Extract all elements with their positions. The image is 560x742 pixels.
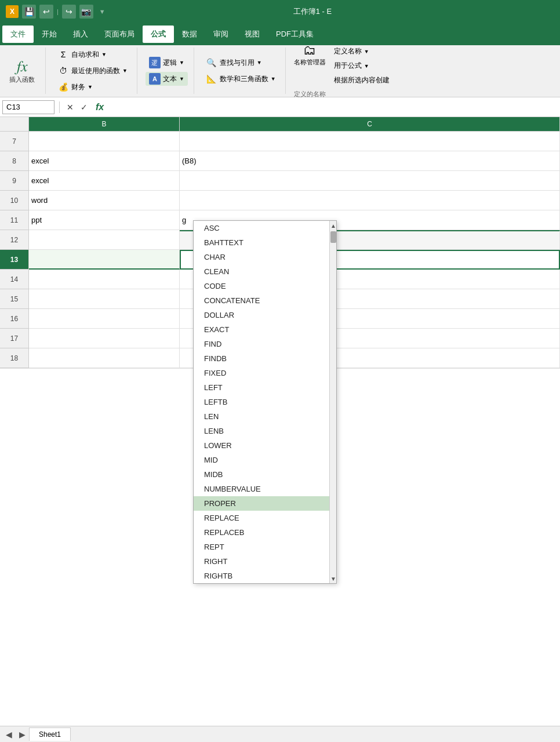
dropdown-item-replaceb[interactable]: REPLACEB: [194, 525, 336, 540]
ribbon-group-insert-func: 𝑓𝑥 插入函数: [5, 48, 46, 94]
cell-c8[interactable]: (B8): [180, 151, 560, 171]
dropdown-item-left[interactable]: LEFT: [194, 380, 336, 395]
recent-func-button[interactable]: ⏱ 最近使用的函数 ▼: [54, 64, 131, 78]
finance-arrow: ▼: [88, 84, 93, 90]
menu-item-review[interactable]: 审阅: [205, 26, 237, 43]
dropdown-item-rept[interactable]: REPT: [194, 540, 336, 554]
dropdown-item-bahttext[interactable]: BAHTTEXT: [194, 235, 336, 250]
redo-button[interactable]: ↪: [62, 5, 76, 19]
insert-function-button[interactable]: 𝑓𝑥 插入函数: [5, 55, 39, 86]
menu-item-formula[interactable]: 公式: [143, 26, 174, 43]
menu-item-view[interactable]: 视图: [237, 26, 268, 43]
dropdown-item-len[interactable]: LEN: [194, 409, 336, 424]
cell-b12[interactable]: [29, 230, 180, 250]
dropdown-item-asc[interactable]: ASC: [194, 221, 336, 235]
findref-button[interactable]: 🔍 查找与引用 ▼: [202, 56, 266, 70]
row-header-13: 13: [0, 250, 29, 270]
cell-reference-box[interactable]: C13: [2, 100, 54, 114]
finance-button[interactable]: 💰 财务 ▼: [54, 80, 96, 94]
row-header-18: 18: [0, 348, 29, 368]
dropdown-item-right[interactable]: RIGHT: [194, 554, 336, 569]
dropdown-item-exact[interactable]: EXACT: [194, 322, 336, 337]
cell-b10[interactable]: word: [29, 191, 180, 210]
menu-item-pdf[interactable]: PDF工具集: [268, 26, 322, 43]
formula-cancel-icon[interactable]: ✕: [64, 103, 76, 112]
autosum-arrow: ▼: [101, 52, 107, 57]
dropdown-item-dollar[interactable]: DOLLAR: [194, 308, 336, 322]
dropdown-item-rightb[interactable]: RIGHTB: [194, 569, 336, 583]
ribbon-group-functions: Σ 自动求和 ▼ ⏱ 最近使用的函数 ▼ 💰 财务 ▼: [54, 48, 137, 94]
cell-b8[interactable]: excel: [29, 151, 180, 171]
dropdown-item-code[interactable]: CODE: [194, 279, 336, 293]
dropdown-item-midb[interactable]: MIDB: [194, 467, 336, 482]
cell-c9[interactable]: [180, 171, 560, 191]
dropdown-item-replace[interactable]: REPLACE: [194, 511, 336, 525]
dropdown-item-char[interactable]: CHAR: [194, 250, 336, 264]
camera-button[interactable]: 📷: [79, 5, 93, 19]
menu-item-data[interactable]: 数据: [174, 26, 205, 43]
dropdown-item-lenb[interactable]: LENB: [194, 424, 336, 438]
cell-b15[interactable]: [29, 289, 180, 309]
dropdown-item-clean[interactable]: CLEAN: [194, 264, 336, 279]
name-manager-icon: 🗂: [303, 43, 316, 58]
name-manager-button[interactable]: 🗂 名称管理器: [294, 43, 326, 67]
cell-b13[interactable]: [29, 250, 180, 270]
dropdown-item-proper[interactable]: PROPER: [194, 496, 336, 511]
mathtrig-button[interactable]: 📐 数学和三角函数 ▼: [202, 72, 279, 86]
table-row: 7: [0, 132, 560, 151]
cell-b14[interactable]: [29, 270, 180, 289]
sheet-nav-next[interactable]: ▶: [16, 728, 29, 741]
text-icon: A: [149, 73, 161, 85]
row-header-11: 11: [0, 210, 29, 230]
mathtrig-arrow: ▼: [271, 76, 276, 82]
sheet-nav-prev[interactable]: ◀: [2, 728, 16, 741]
dropdown-item-findb[interactable]: FINDB: [194, 351, 336, 366]
cell-b17[interactable]: [29, 329, 180, 348]
formula-confirm-icon[interactable]: ✓: [78, 103, 90, 112]
autosum-button[interactable]: Σ 自动求和 ▼: [54, 48, 110, 61]
cell-b7[interactable]: [29, 132, 180, 151]
recent-arrow: ▼: [122, 68, 128, 74]
row-header-8: 8: [0, 151, 29, 171]
findref-arrow: ▼: [257, 60, 262, 66]
menu-item-file[interactable]: 文件: [2, 26, 34, 43]
dropdown-item-concatenate[interactable]: CONCATENATE: [194, 293, 336, 308]
scroll-down-arrow[interactable]: ▼: [330, 574, 337, 583]
row-header-9: 9: [0, 171, 29, 191]
dropdown-item-fixed[interactable]: FIXED: [194, 366, 336, 380]
cell-b16[interactable]: [29, 309, 180, 329]
scroll-up-arrow[interactable]: ▲: [330, 221, 337, 230]
dropdown-item-mid[interactable]: MID: [194, 453, 336, 467]
dropdown-item-leftb[interactable]: LEFTB: [194, 395, 336, 409]
dropdown-scrollbar[interactable]: ▲ ▼: [329, 221, 336, 583]
define-name-button[interactable]: 定义名称 ▼: [330, 45, 393, 57]
save-button[interactable]: 💾: [22, 5, 36, 19]
app-icon: X: [6, 5, 19, 18]
cell-b11[interactable]: ppt: [29, 210, 180, 230]
create-from-sel-button[interactable]: 根据所选内容创建: [330, 74, 393, 86]
logic-button[interactable]: 逻 逻辑 ▼: [146, 56, 188, 70]
cell-c10[interactable]: [180, 191, 560, 210]
text-button[interactable]: A 文本 ▼: [146, 72, 188, 86]
formula-bar: C13 ✕ ✓ fx: [0, 97, 560, 117]
sheet-tab-sheet1[interactable]: Sheet1: [29, 728, 71, 741]
cell-c7[interactable]: [180, 132, 560, 151]
dropdown-item-lower[interactable]: LOWER: [194, 438, 336, 453]
menu-item-pagelayout[interactable]: 页面布局: [96, 26, 143, 43]
formula-bar-separator: [59, 101, 60, 113]
dropdown-item-numbervalue[interactable]: NUMBERVALUE: [194, 482, 336, 496]
logic-arrow: ▼: [179, 60, 184, 66]
menu-item-insert[interactable]: 插入: [65, 26, 96, 43]
scroll-thumb[interactable]: [330, 231, 336, 243]
column-headers: B C: [0, 117, 560, 132]
cell-b9[interactable]: excel: [29, 171, 180, 191]
insert-function-icon[interactable]: fx: [92, 102, 107, 112]
clock-icon: ⏱: [57, 65, 69, 77]
formula-input[interactable]: [110, 103, 558, 111]
cell-b18[interactable]: [29, 348, 180, 368]
row-header-16: 16: [0, 309, 29, 329]
undo-button[interactable]: ↩: [39, 5, 53, 19]
menu-item-home[interactable]: 开始: [34, 26, 65, 43]
dropdown-item-find[interactable]: FIND: [194, 337, 336, 351]
use-in-formula-button[interactable]: 用于公式 ▼: [330, 60, 393, 72]
